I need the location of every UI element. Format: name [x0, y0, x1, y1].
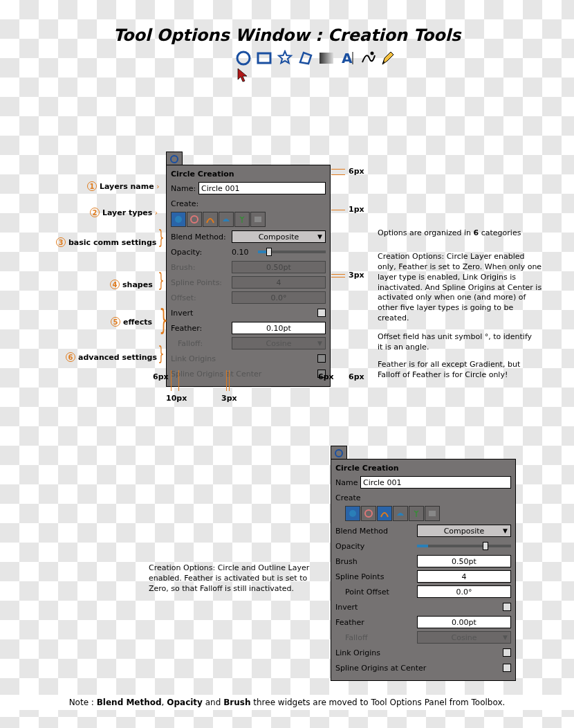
dim-6px-top: 6px — [349, 167, 364, 176]
circle-tool-icon — [235, 50, 252, 69]
p2-spline-input[interactable]: 4 — [417, 570, 511, 583]
p2-invert-checkbox[interactable] — [503, 603, 511, 611]
feather-input[interactable]: 0.10pt — [232, 322, 326, 334]
rtext-categories: Options are organized in 6 categories — [378, 228, 537, 239]
p2-link-checkbox[interactable] — [503, 648, 511, 657]
p2-falloff-select: Cosine — [417, 631, 511, 644]
p2-center-checkbox[interactable] — [503, 664, 511, 672]
text-tool-icon: A — [339, 50, 355, 69]
spline-label: Spline Points: — [171, 278, 232, 287]
invert-checkbox[interactable] — [317, 309, 326, 317]
ann-1: 1Layers name › — [87, 181, 160, 191]
star-tool-icon — [277, 50, 293, 69]
p2-layer-circle[interactable] — [345, 506, 360, 521]
p2-layer-type-icons — [345, 506, 511, 521]
layer-type-icons — [171, 212, 326, 227]
dim-10px: 10px — [166, 394, 187, 403]
p2-layer-adv-outline[interactable] — [393, 506, 408, 521]
svg-point-0 — [237, 52, 250, 64]
p2-layer-plant[interactable] — [409, 506, 424, 521]
svg-point-5 — [371, 52, 374, 55]
layer-type-curve-gradient[interactable] — [250, 212, 266, 227]
spline-input: 4 — [232, 276, 326, 289]
blend-select[interactable]: Composite — [232, 230, 326, 243]
dim-6px-r: 6px — [349, 372, 364, 381]
p2-create-label: Create — [335, 493, 361, 502]
rtext-offset: Offset field has unit symbol °, to ident… — [378, 332, 538, 353]
p2-feather-input[interactable]: 0.00pt — [417, 616, 511, 628]
svg-point-12 — [365, 510, 372, 517]
p2-feather-label: Feather — [335, 618, 417, 627]
dim-1px: 1px — [349, 205, 364, 214]
panel1-tab[interactable] — [166, 152, 183, 165]
svg-rect-13 — [429, 511, 436, 516]
offset-input: 0.0° — [232, 291, 326, 304]
rtext-feather: Feather is for all except Gradient, but … — [378, 360, 544, 381]
svg-rect-2 — [320, 53, 333, 64]
dim-6px-bl: 6px — [153, 372, 169, 381]
gradient-tool-icon — [318, 50, 335, 69]
falloff-select: Cosine — [232, 337, 326, 349]
p2-layer-gradient[interactable] — [425, 506, 440, 521]
link-origins-label: Link Origins — [171, 354, 216, 363]
p2-brush-input[interactable]: 0.50pt — [417, 555, 511, 567]
ann-2: 2Layer types › — [90, 208, 158, 217]
blend-label: Blend Method: — [171, 233, 232, 242]
p2-name-label: Name — [335, 478, 360, 487]
dim-3px-b: 3px — [221, 394, 237, 403]
layer-type-outline[interactable] — [203, 212, 218, 227]
ann-4: 4shapes — [110, 280, 153, 289]
svg-rect-9 — [254, 217, 261, 222]
svg-point-7 — [175, 216, 182, 223]
panel2-header: Circle Creation — [335, 464, 511, 473]
create-label: Create: — [171, 199, 198, 208]
brush-input: 0.50pt — [232, 261, 326, 273]
svg-rect-1 — [258, 53, 270, 63]
opacity-slider[interactable]: 0.10 — [232, 246, 326, 258]
rtext-circle-only: Creation Options: Circle Layer enabled o… — [378, 252, 545, 324]
p2-link-label: Link Origins — [335, 648, 380, 657]
name-input[interactable] — [198, 182, 326, 194]
svg-text:A: A — [342, 50, 353, 66]
svg-point-10 — [335, 450, 342, 457]
tool-icon-row: A — [235, 50, 397, 69]
p2-invert-label: Invert — [335, 603, 358, 612]
draw-tool-icon — [380, 50, 397, 69]
opacity-label: Opacity: — [171, 248, 232, 257]
layer-type-plant[interactable] — [234, 212, 250, 227]
p2-spline-label: Spline Points — [335, 572, 417, 581]
p2-layer-outline[interactable] — [377, 506, 392, 521]
page-title: Tool Options Window : Creation Tools — [0, 26, 574, 45]
panel2: Circle Creation Name Create Blend Method… — [331, 459, 516, 681]
layer-type-region[interactable] — [187, 212, 202, 227]
spline-tool-icon — [360, 50, 376, 69]
svg-point-8 — [191, 216, 198, 223]
p2-blend-label: Blend Method — [335, 527, 417, 536]
p2-blend-select[interactable]: Composite — [417, 525, 511, 537]
ann-6: 6advanced settings — [66, 352, 157, 362]
spline-center-label: Spline Origins at Center — [171, 370, 261, 379]
p2-falloff-label: Falloff — [335, 633, 417, 642]
svg-point-6 — [171, 156, 178, 163]
p2-name-input[interactable] — [360, 476, 511, 489]
rectangle-tool-icon — [256, 50, 272, 69]
p2-opacity-slider[interactable] — [417, 540, 511, 552]
falloff-label: Falloff: — [171, 339, 232, 348]
svg-point-11 — [349, 510, 356, 517]
panel1-header: Circle Creation — [171, 170, 326, 179]
p2-center-label: Spline Origins at Center — [335, 664, 426, 673]
layer-type-advanced-outline[interactable] — [219, 212, 234, 227]
dim-3px: 3px — [349, 271, 364, 280]
layer-type-circle[interactable] — [171, 212, 186, 227]
p2-brush-label: Brush — [335, 557, 417, 566]
dim-6px-br: 6px — [318, 372, 334, 381]
name-label: Name: — [171, 184, 198, 193]
p2-offset-label: Point Offset — [335, 588, 417, 597]
panel2-tab[interactable] — [331, 446, 347, 459]
polygon-tool-icon — [297, 50, 314, 69]
p2-layer-region[interactable] — [361, 506, 376, 521]
ann-5: 5effects — [111, 317, 152, 327]
invert-label: Invert — [171, 309, 193, 318]
offset-label: Offset: — [171, 293, 232, 302]
p2-offset-input[interactable]: 0.0° — [417, 585, 511, 598]
